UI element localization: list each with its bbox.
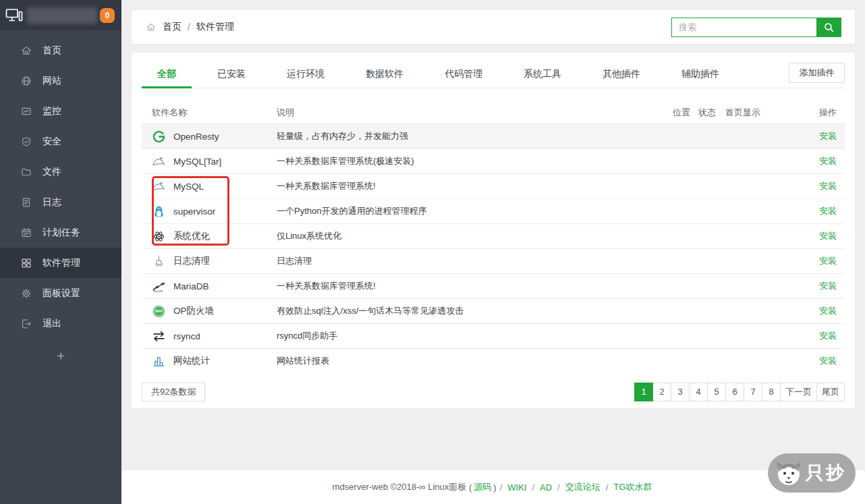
sidebar-item-monitor[interactable]: 监控 [0,96,121,126]
table-body: OpenResty轻量级，占有内存少，并发能力强安装MySQL[Tar]一种关系… [142,123,845,373]
software-description: 一个Python开发的通用的进程管理程序 [277,205,673,217]
install-link[interactable]: 安装 [819,231,837,241]
column-header: 首页显示 [725,107,796,119]
husky-mascot-icon [774,458,804,488]
next-page-button[interactable]: 下一页 [780,383,817,401]
software-name: 系统优化 [173,230,210,242]
sidebar-item-soft[interactable]: 软件管理 [0,248,121,278]
footer-link-2[interactable]: 交流论坛 [565,481,601,493]
sidebar-item-logs[interactable]: 日志 [0,187,121,217]
last-page-button[interactable]: 尾页 [816,383,845,401]
footer-separator: / [606,482,609,493]
sidebar-item-security[interactable]: 安全 [0,126,121,157]
action-cell: 安装 [796,305,845,317]
page-button-1[interactable]: 1 [634,383,653,401]
search-box [671,18,841,37]
install-link[interactable]: 安装 [819,256,837,266]
page-button-2[interactable]: 2 [652,383,671,401]
footer-source-link[interactable]: 源码 [474,481,491,493]
search-button[interactable] [816,18,841,36]
software-name-cell: supervisor [142,204,277,219]
search-input[interactable] [672,18,816,36]
svg-text:MariaDB: MariaDB [153,290,163,293]
software-name-cell: MariaDBMariaDB [142,279,277,293]
tab-4[interactable]: 代码管理 [429,61,498,88]
calendar-icon [20,227,32,239]
software-name: 日志清理 [173,255,210,267]
total-count-label: 共92条数据 [142,383,205,401]
pagination-row: 共92条数据 12345678下一页尾页 [142,383,845,401]
page-button-5[interactable]: 5 [707,383,726,401]
monitor-chart-icon [20,105,32,117]
footer-link-3[interactable]: TG吹水群 [613,481,652,493]
sidebar-item-label: 退出 [43,318,61,330]
action-cell: 安装 [796,180,845,192]
install-link[interactable]: 安装 [819,281,837,291]
tab-0[interactable]: 全部 [142,61,192,88]
server-address-blurred [27,7,97,24]
software-description: 有效防止sql注入/xss/一句话木马等常见渗透攻击 [277,305,673,317]
shield-icon [20,136,32,148]
software-name-cell: WAFOP防火墙 [142,304,277,318]
install-link[interactable]: 安装 [819,306,837,316]
install-link[interactable]: 安装 [819,206,837,216]
tab-6[interactable]: 其他插件 [587,61,656,88]
footer-link-1[interactable]: AD [540,482,552,493]
tab-7[interactable]: 辅助插件 [666,61,735,88]
software-name: rsyncd [173,331,200,341]
broom-icon [152,254,166,269]
install-link[interactable]: 安装 [819,156,837,166]
page-button-4[interactable]: 4 [689,383,708,401]
software-name-cell: 日志清理 [142,254,277,269]
pager: 12345678下一页尾页 [635,383,845,401]
action-cell: 安装 [796,155,845,167]
tab-2[interactable]: 运行环境 [271,61,340,88]
sidebar-expand-button[interactable]: + [0,349,121,364]
sidebar-item-label: 面板设置 [43,287,80,300]
install-link[interactable]: 安装 [819,131,837,141]
page-button-8[interactable]: 8 [762,383,781,401]
page-button-7[interactable]: 7 [744,383,762,401]
footer-link-0[interactable]: WIKI [507,482,526,493]
sidebar-item-files[interactable]: 文件 [0,157,121,187]
table-row: 网站统计网站统计报表安装 [142,348,845,373]
table-row: WAFOP防火墙有效防止sql注入/xss/一句话木马等常见渗透攻击安装 [142,298,845,323]
software-table: 软件名称说明位置状态首页显示操作 OpenResty轻量级，占有内存少，并发能力… [142,102,845,373]
sidebar-item-sites[interactable]: 网站 [0,65,121,96]
table-row: 系统优化仅Linux系统优化安装 [142,223,845,248]
logo-bar: 0 [0,0,121,30]
globe-icon [20,75,32,87]
install-link[interactable]: 安装 [819,181,837,191]
software-name: supervisor [173,206,215,217]
software-description: 网站统计报表 [277,355,673,367]
footer-paren-close: ) [493,482,496,493]
breadcrumb-separator: / [188,22,190,32]
table-row: MySQL[Tar]一种关系数据库管理系统(极速安装)安装 [142,148,845,173]
sidebar-nav: 首页网站监控安全文件日志计划任务软件管理面板设置退出 [0,30,121,339]
sidebar-item-home[interactable]: 首页 [0,35,121,65]
page-button-6[interactable]: 6 [725,383,744,401]
footer-copyright: mdserver-web ©2018-∞ Linux面板 [333,481,467,493]
sidebar-item-logout[interactable]: 退出 [0,308,121,339]
breadcrumb-current: 软件管理 [196,21,234,33]
tab-1[interactable]: 已安装 [202,61,261,88]
content-area: 首页 / 软件管理 全部已安装运行环境数据软件代码管理系统工具其他插件辅助插件添… [121,0,865,504]
sidebar-item-settings[interactable]: 面板设置 [0,278,121,308]
tab-5[interactable]: 系统工具 [508,61,577,88]
software-description: 一种关系数据库管理系统(极速安装) [277,155,673,167]
tab-3[interactable]: 数据软件 [350,61,419,88]
action-cell: 安装 [796,230,845,242]
install-link[interactable]: 安装 [819,356,837,366]
footer-separator: / [500,482,503,493]
software-name: MariaDB [173,281,209,291]
install-link[interactable]: 安装 [819,331,837,341]
add-plugin-button[interactable]: 添加插件 [789,63,845,83]
software-name: MySQL [173,181,204,192]
server-monitor-icon [5,7,23,24]
sidebar-item-label: 计划任务 [43,227,80,239]
page-button-3[interactable]: 3 [671,383,690,401]
sidebar-item-cron[interactable]: 计划任务 [0,217,121,248]
breadcrumb-home[interactable]: 首页 [163,21,182,33]
notification-badge[interactable]: 0 [100,8,115,23]
table-row: 日志清理日志清理安装 [142,248,845,273]
